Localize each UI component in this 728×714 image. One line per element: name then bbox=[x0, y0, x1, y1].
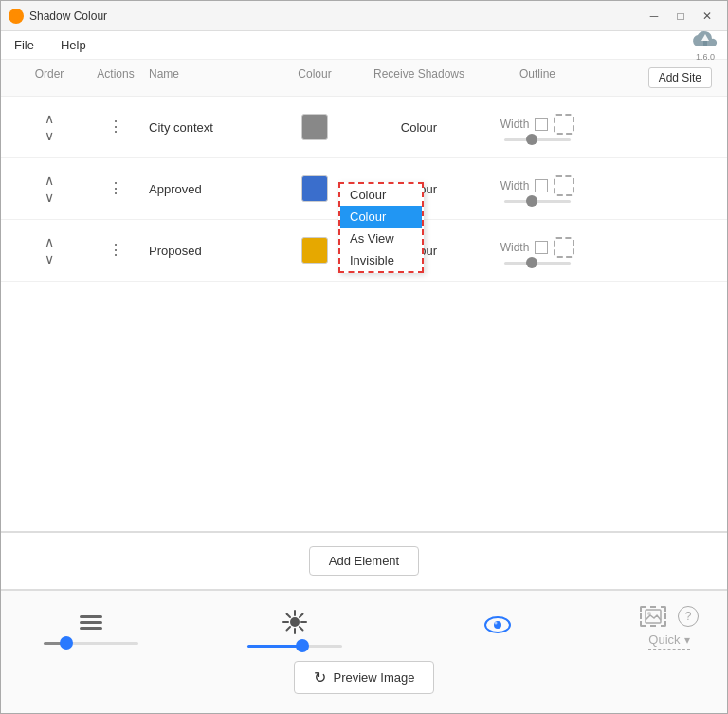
th-name: Name bbox=[149, 67, 272, 88]
receive-shadows-1: Colour bbox=[357, 120, 481, 135]
outline-dashed-3[interactable] bbox=[554, 237, 574, 258]
actions-cell-2: ⋮ bbox=[82, 181, 149, 196]
shadow-dropdown-1[interactable]: Colour bbox=[401, 120, 437, 135]
colour-swatch-3[interactable] bbox=[301, 237, 328, 264]
row-name-1: City context bbox=[149, 120, 272, 135]
order-up-3[interactable]: ∧ bbox=[41, 234, 58, 249]
order-down-2[interactable]: ∨ bbox=[41, 190, 58, 205]
more-actions-1[interactable]: ⋮ bbox=[108, 119, 124, 135]
rows-area: ∧ ∨ ⋮ City context Colour bbox=[1, 97, 727, 533]
sun-svg bbox=[282, 609, 308, 635]
help-icon: ? bbox=[685, 610, 692, 623]
outline-top-3: Width bbox=[500, 237, 575, 258]
svg-line-12 bbox=[300, 627, 303, 631]
cloud-icon bbox=[691, 29, 719, 52]
eye-icon[interactable] bbox=[482, 614, 513, 641]
outline-slider-3[interactable] bbox=[504, 262, 571, 265]
lines-slider[interactable] bbox=[44, 642, 138, 645]
svg-rect-1 bbox=[703, 40, 707, 46]
more-actions-3[interactable]: ⋮ bbox=[108, 243, 124, 258]
menu-help[interactable]: Help bbox=[55, 36, 92, 54]
outline-label-3: Width bbox=[500, 241, 530, 254]
lines-svg bbox=[78, 612, 104, 632]
dropdown-option-invisible[interactable]: Invisible bbox=[340, 249, 422, 271]
th-add-site: Add Site bbox=[594, 67, 712, 88]
eye-control bbox=[436, 614, 559, 641]
quality-chevron-icon: ▾ bbox=[684, 633, 690, 647]
sun-icon[interactable] bbox=[282, 609, 308, 641]
colour-swatch-1[interactable] bbox=[301, 114, 328, 140]
more-actions-2[interactable]: ⋮ bbox=[108, 181, 124, 196]
refresh-icon: ↻ bbox=[314, 668, 326, 687]
sun-control bbox=[233, 609, 356, 648]
preview-btn-row: ↻ Preview Image bbox=[29, 661, 699, 694]
outline-dashed-1[interactable] bbox=[554, 114, 574, 135]
main-window: Shadow Colour ─ □ ✕ File Help 1.6.0 bbox=[0, 0, 728, 714]
outline-cell-1: Width bbox=[481, 114, 594, 141]
dropdown-option-colour-selected[interactable]: Colour bbox=[340, 206, 422, 228]
chevron-up-icon: ∧ bbox=[45, 173, 54, 188]
th-outline: Outline bbox=[481, 67, 594, 88]
add-element-button[interactable]: Add Element bbox=[309, 546, 419, 576]
colour-cell-1[interactable] bbox=[272, 114, 357, 140]
controls-row: ? Quick ▾ bbox=[29, 606, 699, 650]
minimize-icon: ─ bbox=[650, 9, 659, 23]
minimize-button[interactable]: ─ bbox=[642, 6, 666, 27]
order-up-2[interactable]: ∧ bbox=[41, 173, 58, 188]
table-row: ∧ ∨ ⋮ Approved Colour bbox=[1, 158, 727, 220]
outline-checkbox-2[interactable] bbox=[535, 179, 548, 192]
quality-dropdown[interactable]: Quick ▾ bbox=[648, 632, 689, 650]
order-down-3[interactable]: ∨ bbox=[41, 251, 58, 266]
order-controls-2: ∧ ∨ bbox=[16, 173, 82, 205]
preview-image-button[interactable]: ↻ Preview Image bbox=[294, 661, 435, 694]
th-receive-shadows: Receive Shadows bbox=[357, 67, 481, 88]
dots-icon: ⋮ bbox=[108, 119, 124, 135]
window-title: Shadow Colour bbox=[29, 9, 107, 23]
preview-label: Preview Image bbox=[334, 670, 415, 685]
shadow-dropdown-popup: Colour Colour As View Invisible bbox=[338, 182, 424, 273]
outline-dashed-2[interactable] bbox=[554, 175, 574, 196]
svg-point-17 bbox=[495, 622, 498, 625]
colour-swatch-2[interactable] bbox=[301, 175, 328, 202]
outline-checkbox-1[interactable] bbox=[535, 118, 548, 131]
close-icon: ✕ bbox=[702, 9, 712, 23]
menu-bar-left: File Help bbox=[9, 36, 92, 54]
dropdown-option-colour[interactable]: Colour bbox=[340, 184, 422, 206]
svg-line-13 bbox=[300, 613, 303, 617]
icon-row: ? bbox=[640, 606, 699, 627]
main-content: Order Actions Name Colour Receive Shadow… bbox=[1, 60, 727, 713]
add-site-button[interactable]: Add Site bbox=[648, 67, 712, 88]
svg-rect-5 bbox=[80, 627, 102, 630]
menu-file[interactable]: File bbox=[9, 36, 40, 54]
th-order: Order bbox=[16, 67, 82, 88]
outline-top-1: Width bbox=[500, 114, 575, 135]
title-bar: Shadow Colour ─ □ ✕ bbox=[1, 1, 727, 31]
outline-slider-2[interactable] bbox=[504, 200, 571, 203]
dropdown-option-asview[interactable]: As View bbox=[340, 228, 422, 249]
outline-slider-1[interactable] bbox=[504, 138, 571, 141]
table-row: ∧ ∨ ⋮ City context Colour bbox=[1, 97, 727, 158]
app-logo bbox=[9, 9, 24, 24]
order-up-1[interactable]: ∧ bbox=[41, 111, 58, 126]
receive-shadows-2: Colour Colour Colour As View Invisible bbox=[357, 182, 481, 196]
maximize-icon: □ bbox=[677, 9, 683, 23]
order-down-1[interactable]: ∨ bbox=[41, 128, 58, 143]
chevron-down-icon: ∨ bbox=[45, 251, 54, 266]
dots-icon: ⋮ bbox=[108, 242, 124, 258]
outline-label-1: Width bbox=[500, 118, 530, 131]
close-button[interactable]: ✕ bbox=[695, 6, 719, 27]
dots-icon: ⋮ bbox=[108, 180, 124, 196]
outline-checkbox-3[interactable] bbox=[535, 241, 548, 254]
lines-icon[interactable] bbox=[78, 612, 104, 638]
cloud-icon-wrap: 1.6.0 bbox=[691, 29, 719, 62]
image-icon[interactable] bbox=[640, 606, 666, 627]
table-header: Order Actions Name Colour Receive Shadow… bbox=[1, 60, 727, 97]
help-button[interactable]: ? bbox=[678, 606, 699, 627]
sun-slider[interactable] bbox=[247, 645, 342, 648]
th-colour: Colour bbox=[272, 67, 357, 88]
order-controls-3: ∧ ∨ bbox=[16, 234, 82, 266]
add-element-row: Add Element bbox=[1, 533, 727, 591]
outline-top-2: Width bbox=[500, 175, 575, 196]
maximize-button[interactable]: □ bbox=[668, 6, 693, 27]
th-actions: Actions bbox=[82, 67, 149, 88]
